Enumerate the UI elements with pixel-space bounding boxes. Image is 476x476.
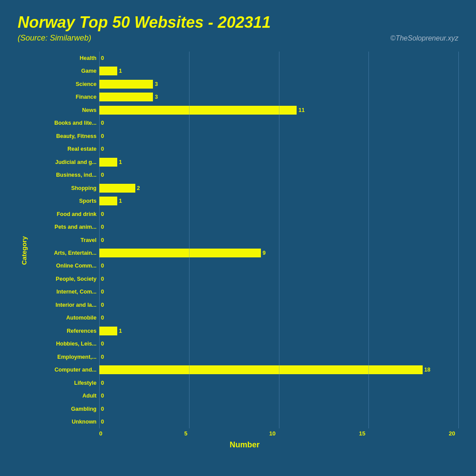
bar-label: Real estate (31, 146, 99, 152)
bar-row: References1 (31, 324, 458, 337)
bar-row: Internet, Com...0 (31, 286, 458, 298)
x-axis-ticks: 05101520 (99, 430, 458, 437)
bar-label: Computer and... (31, 367, 99, 373)
bar-track: 0 (99, 116, 458, 129)
bar-label: Arts, Entertain... (31, 250, 99, 256)
bars-and-axes: Health0Game1Science3Finance3News11Books … (31, 52, 458, 428)
bar-track: 0 (99, 312, 458, 324)
chart-inner: Health0Game1Science3Finance3News11Books … (31, 52, 458, 450)
bar-value: 3 (155, 81, 158, 87)
bar-track: 0 (99, 142, 458, 155)
bar-track: 0 (99, 286, 458, 298)
bar-row: Health0 (31, 52, 458, 64)
bar-value: 0 (101, 133, 104, 139)
bar-value: 1 (119, 159, 122, 165)
bar-track: 9 (99, 246, 458, 259)
bar-value: 18 (424, 367, 431, 373)
bar-track: 0 (99, 208, 458, 220)
bar-row: Pets and anim...0 (31, 220, 458, 233)
x-tick-label: 0 (99, 430, 102, 437)
bar-label: Interior and la... (31, 302, 99, 308)
bar-track: 1 (99, 324, 458, 337)
bar-value: 0 (101, 237, 104, 243)
bar-label: Food and drink (31, 211, 99, 217)
bar-track: 1 (99, 194, 458, 207)
bar-row: Lifestyle0 (31, 376, 458, 389)
bar-label: Hobbies, Leis... (31, 341, 99, 347)
bar-track: 0 (99, 168, 458, 181)
bar-row: Employment,...0 (31, 350, 458, 363)
bar-value: 2 (137, 185, 140, 191)
bar-label: Automobile (31, 315, 99, 321)
bar-value: 0 (101, 393, 104, 399)
bar-value: 0 (101, 211, 104, 217)
bar-label: Online Comm... (31, 263, 99, 269)
source-label: (Source: Similarweb) (18, 33, 91, 43)
bar-value: 0 (101, 289, 104, 295)
bar-label: Game (31, 68, 99, 74)
bar-label: Health (31, 55, 99, 61)
bar-label: Lifestyle (31, 380, 99, 386)
bar-row: Computer and...18 (31, 364, 458, 376)
bar-row: Online Comm...0 (31, 260, 458, 272)
bar-fill (99, 327, 117, 335)
bar-track: 0 (99, 402, 458, 415)
bar-value: 0 (101, 263, 104, 269)
bar-fill (99, 197, 117, 205)
bar-track: 11 (99, 104, 458, 116)
bar-label: Employment,... (31, 354, 99, 360)
x-tick-label: 5 (184, 430, 187, 437)
bar-value: 0 (101, 276, 104, 282)
bar-fill (99, 158, 117, 167)
chart-area: Category Health0Game1Science3Finance3New… (18, 52, 458, 450)
bar-value: 0 (101, 341, 104, 347)
bar-value: 0 (101, 172, 104, 178)
bar-row: Hobbies, Leis...0 (31, 338, 458, 350)
bar-row: Food and drink0 (31, 208, 458, 220)
bar-fill (99, 184, 135, 193)
bar-fill (99, 93, 153, 101)
bar-row: Finance3 (31, 90, 458, 103)
bar-value: 0 (101, 120, 104, 126)
bar-row: People, Society0 (31, 272, 458, 285)
bar-fill (99, 249, 261, 257)
bar-track: 0 (99, 130, 458, 142)
bar-value: 1 (119, 68, 122, 74)
bar-label: Beauty, Fitness (31, 133, 99, 139)
bar-row: Beauty, Fitness0 (31, 130, 458, 142)
x-tick-label: 20 (449, 430, 455, 437)
x-tick-label: 15 (359, 430, 365, 437)
bar-fill (99, 106, 297, 115)
bar-label: Gambling (31, 406, 99, 412)
bar-track: 0 (99, 272, 458, 285)
bar-value: 0 (101, 224, 104, 230)
bar-value: 0 (101, 55, 104, 61)
bar-value: 0 (101, 380, 104, 386)
y-axis-label: Category (20, 236, 28, 265)
bar-value: 1 (119, 198, 122, 204)
bar-value: 0 (101, 406, 104, 412)
bar-track: 0 (99, 234, 458, 246)
bar-row: Adult0 (31, 390, 458, 402)
bar-label: Science (31, 81, 99, 87)
bar-track: 0 (99, 376, 458, 389)
bar-track: 1 (99, 156, 458, 168)
bar-value: 0 (101, 302, 104, 308)
bar-row: Books and lite...0 (31, 116, 458, 129)
chart-title: Norway Top 50 Websites - 202311 (18, 13, 458, 32)
bar-value: 0 (101, 419, 104, 425)
rows-container: Health0Game1Science3Finance3News11Books … (31, 52, 458, 428)
bar-label: News (31, 107, 99, 113)
grid-line (458, 52, 459, 428)
bar-row: Real estate0 (31, 142, 458, 155)
bar-track: 3 (99, 90, 458, 103)
bar-track: 0 (99, 416, 458, 428)
subtitle-row: (Source: Similarweb) ©TheSolopreneur.xyz (18, 33, 458, 43)
bar-track: 0 (99, 260, 458, 272)
bar-row: Game1 (31, 64, 458, 77)
bar-label: People, Society (31, 276, 99, 282)
bar-label: Sports (31, 198, 99, 204)
bar-row: Interior and la...0 (31, 298, 458, 311)
bar-value: 11 (298, 107, 305, 113)
bar-track: 0 (99, 390, 458, 402)
